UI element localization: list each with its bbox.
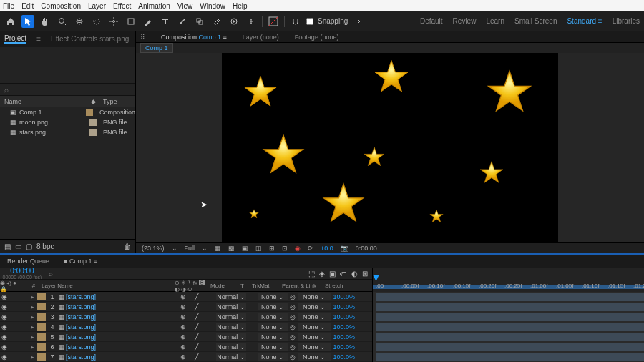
snap-opt-icon[interactable] xyxy=(352,15,365,28)
star-layer[interactable] xyxy=(374,59,409,94)
workspace-standard[interactable]: Standard ≡ xyxy=(567,17,602,25)
mode-dropdown[interactable]: Normal ⌄ xyxy=(216,333,246,341)
layer-bar[interactable] xyxy=(376,303,644,311)
layer-row[interactable]: ◉▸3▦[stars.png]⊕╱Normal ⌄None ⌄◎None ⌄10… xyxy=(0,312,372,322)
stretch-value[interactable]: 100.0% xyxy=(331,303,359,310)
toggle-transp-icon[interactable]: ▩ xyxy=(228,245,235,252)
stretch-value[interactable]: 100.0% xyxy=(331,323,359,331)
new-comp-icon[interactable]: ▭ xyxy=(15,243,21,250)
pickwhip-icon[interactable]: ◎ xyxy=(288,323,298,331)
layer-bar[interactable] xyxy=(376,313,644,321)
eye-icon[interactable]: ◉ xyxy=(0,323,9,331)
eye-icon[interactable]: ◉ xyxy=(0,353,9,361)
star-layer[interactable] xyxy=(243,74,278,109)
pen-tool-icon[interactable] xyxy=(142,15,155,28)
tab-effect-controls[interactable]: Effect Controls stars.png xyxy=(51,35,129,43)
hdr-layer-name[interactable]: Layer Name xyxy=(39,283,175,289)
zoom-dropdown[interactable]: (23.1%) xyxy=(142,245,165,252)
trkmat-dropdown[interactable]: None ⌄ xyxy=(258,303,288,310)
eye-icon[interactable]: ◉ xyxy=(0,343,9,351)
tl-icon-3[interactable]: ▣ xyxy=(329,270,336,278)
label-color[interactable] xyxy=(37,333,46,341)
layer-bar[interactable] xyxy=(376,293,644,301)
tab-render-queue[interactable]: Render Queue xyxy=(7,258,49,265)
proj-header-name[interactable]: Name xyxy=(0,98,87,105)
timecode-display[interactable]: 0:00:00 00000 (00.00 fps) xyxy=(0,267,44,280)
exposure-value[interactable]: +0.0 xyxy=(321,245,333,252)
twirl-icon[interactable]: ▸ xyxy=(29,293,36,300)
hdr-stretch[interactable]: Stretch xyxy=(325,283,353,289)
trkmat-dropdown[interactable]: None ⌄ xyxy=(258,343,288,351)
pickwhip-icon[interactable]: ◎ xyxy=(288,313,298,321)
pickwhip-icon[interactable]: ◎ xyxy=(288,303,298,310)
layer-row[interactable]: ◉▸4▦[stars.png]⊕╱Normal ⌄None ⌄◎None ⌄10… xyxy=(0,322,372,332)
parent-dropdown[interactable]: None ⌄ xyxy=(298,343,331,351)
trkmat-dropdown[interactable]: None ⌄ xyxy=(258,333,288,341)
new-folder-icon[interactable]: ▢ xyxy=(26,243,32,250)
star-layer[interactable] xyxy=(479,160,504,185)
label-color[interactable] xyxy=(37,313,46,321)
menu-composition[interactable]: Composition xyxy=(41,2,81,10)
trkmat-dropdown[interactable]: None ⌄ xyxy=(258,293,288,300)
tab-layer[interactable]: Layer (none) xyxy=(243,34,279,41)
pickwhip-icon[interactable]: ◎ xyxy=(288,333,298,341)
stretch-value[interactable]: 100.0% xyxy=(331,333,359,341)
selection-tool-icon[interactable] xyxy=(21,15,34,28)
proj-header-label[interactable]: ◆ xyxy=(87,98,99,105)
tab-menu-icon[interactable]: ≡ xyxy=(36,35,41,43)
menu-view[interactable]: View xyxy=(177,2,193,10)
interpret-icon[interactable]: ▤ xyxy=(4,243,11,250)
mode-dropdown[interactable]: Normal ⌄ xyxy=(216,353,246,361)
snapping-checkbox[interactable] xyxy=(306,18,313,25)
time-ruler[interactable]: :00:00:05f:00:10f:00:15f:00:20f:00:25f:0… xyxy=(372,268,644,292)
label-color[interactable] xyxy=(37,343,46,351)
twirl-icon[interactable]: ▸ xyxy=(29,343,36,351)
preview-time[interactable]: 0:00:00 xyxy=(356,245,377,252)
panel-grip-icon[interactable]: ⠿ xyxy=(140,34,145,41)
layer-row[interactable]: ◉▸1▦[stars.png]⊕╱Normal ⌄None ⌄◎None ⌄10… xyxy=(0,292,372,302)
tl-icon-5[interactable]: ◐ xyxy=(351,270,358,278)
rotation-tool-icon[interactable] xyxy=(90,15,103,28)
stretch-value[interactable]: 100.0% xyxy=(331,343,359,351)
workspace-small-screen[interactable]: Small Screen xyxy=(514,17,557,25)
project-search[interactable]: ⌕ xyxy=(0,83,135,96)
puppet-tool-icon[interactable] xyxy=(245,15,258,28)
eye-icon[interactable]: ◉ xyxy=(0,313,9,321)
tab-footage[interactable]: Footage (none) xyxy=(295,34,339,41)
resolution-dropdown[interactable]: Full xyxy=(185,245,195,252)
snapshot-icon[interactable]: 📷 xyxy=(341,245,348,252)
layer-row[interactable]: ◉▸5▦[stars.png]⊕╱Normal ⌄None ⌄◎None ⌄10… xyxy=(0,332,372,342)
type-tool-icon[interactable] xyxy=(159,15,172,28)
hand-tool-icon[interactable] xyxy=(39,15,52,28)
menu-window[interactable]: Window xyxy=(200,2,225,10)
hdr-trkmat[interactable]: TrkMat xyxy=(252,283,282,289)
tl-icon-2[interactable]: ◈ xyxy=(319,270,325,278)
workspace-review[interactable]: Review xyxy=(453,17,477,25)
rect-tool-icon[interactable] xyxy=(125,15,137,28)
bpc-button[interactable]: 8 bpc xyxy=(36,243,54,250)
hdr-parent[interactable]: Parent & Link xyxy=(282,283,325,289)
tab-composition[interactable]: Composition Comp 1 ≡ xyxy=(161,34,227,41)
star-layer[interactable] xyxy=(249,209,259,219)
layer-row[interactable]: ◉▸2▦[stars.png]⊕╱Normal ⌄None ⌄◎None ⌄10… xyxy=(0,302,372,312)
twirl-icon[interactable]: ▸ xyxy=(29,313,36,321)
composition-canvas[interactable] xyxy=(222,53,558,242)
mode-dropdown[interactable]: Normal ⌄ xyxy=(216,323,246,331)
layer-bar[interactable] xyxy=(376,343,644,351)
twirl-icon[interactable]: ▸ xyxy=(29,323,36,331)
label-color[interactable] xyxy=(37,303,46,310)
reset-exposure-icon[interactable]: ⟳ xyxy=(308,245,313,252)
menu-effect[interactable]: Effect xyxy=(113,2,131,10)
stretch-value[interactable]: 100.0% xyxy=(331,313,359,321)
toggle-mask-icon[interactable]: ▣ xyxy=(242,245,248,252)
menu-help[interactable]: Help xyxy=(233,2,248,10)
brush-tool-icon[interactable] xyxy=(176,15,189,28)
trash-icon[interactable]: 🗑 xyxy=(124,243,131,250)
tl-icon-6[interactable]: ⊞ xyxy=(362,270,368,278)
tab-timeline-comp[interactable]: ■ Comp 1 ≡ xyxy=(64,258,97,265)
mode-dropdown[interactable]: Normal ⌄ xyxy=(216,303,246,310)
twirl-icon[interactable]: ▸ xyxy=(29,353,36,361)
star-layer[interactable] xyxy=(487,69,532,114)
layer-row[interactable]: ◉▸7▦[stars.png]⊕╱Normal ⌄None ⌄◎None ⌄10… xyxy=(0,352,372,362)
clone-tool-icon[interactable] xyxy=(193,15,206,28)
